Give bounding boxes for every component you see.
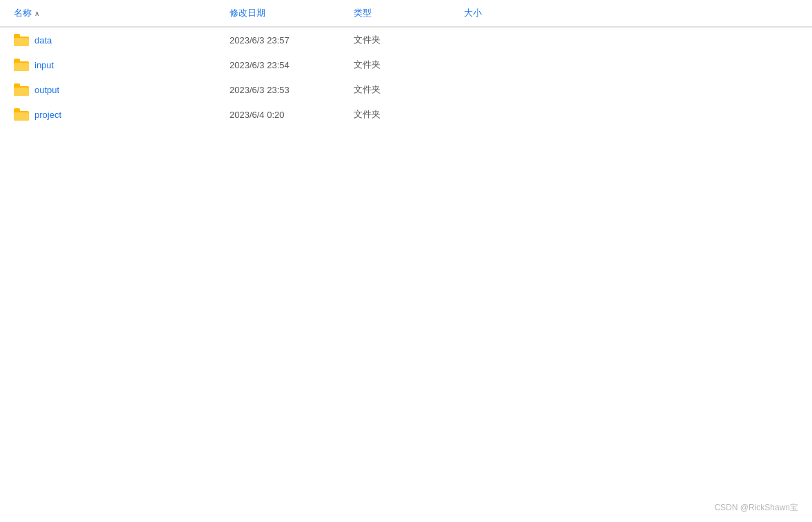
file-date-label: 2023/6/4 0:20 bbox=[230, 110, 285, 120]
file-type-label: 文件夹 bbox=[354, 109, 380, 119]
file-date-label: 2023/6/3 23:53 bbox=[230, 85, 290, 95]
file-name-label: project bbox=[34, 110, 61, 120]
file-size-cell bbox=[457, 86, 540, 94]
folder-icon bbox=[14, 34, 29, 46]
file-type-cell: 文件夹 bbox=[347, 79, 457, 100]
file-name-cell[interactable]: data bbox=[0, 30, 223, 50]
file-name-cell[interactable]: output bbox=[0, 79, 223, 100]
col-size-header[interactable]: 大小 bbox=[457, 3, 540, 23]
file-name-label: output bbox=[34, 85, 59, 95]
watermark: CSDN @RickShawn宝 bbox=[714, 502, 798, 514]
file-name-label: input bbox=[34, 60, 54, 70]
sort-arrow-icon: ∧ bbox=[34, 10, 39, 17]
folder-icon bbox=[14, 59, 29, 71]
folder-icon bbox=[14, 108, 29, 121]
file-date-label: 2023/6/3 23:57 bbox=[230, 35, 290, 46]
file-size-cell bbox=[457, 61, 540, 69]
file-date-label: 2023/6/3 23:54 bbox=[230, 60, 290, 70]
name-header-label: 名称 bbox=[14, 7, 32, 19]
table-row[interactable]: data 2023/6/3 23:57 文件夹 bbox=[0, 28, 812, 52]
file-date-cell: 2023/6/4 0:20 bbox=[223, 106, 347, 124]
file-type-label: 文件夹 bbox=[354, 59, 380, 70]
file-name-cell[interactable]: input bbox=[0, 54, 223, 75]
file-name-label: data bbox=[34, 35, 52, 46]
file-type-label: 文件夹 bbox=[354, 84, 380, 94]
file-type-cell: 文件夹 bbox=[347, 54, 457, 75]
table-header: 名称 ∧ 修改日期 类型 大小 bbox=[0, 0, 812, 27]
table-row[interactable]: input 2023/6/3 23:54 文件夹 bbox=[0, 52, 812, 77]
col-type-header[interactable]: 类型 bbox=[347, 3, 457, 23]
table-row[interactable]: output 2023/6/3 23:53 文件夹 bbox=[0, 77, 812, 102]
table-row[interactable]: project 2023/6/4 0:20 文件夹 bbox=[0, 102, 812, 127]
file-type-cell: 文件夹 bbox=[347, 104, 457, 125]
file-size-cell bbox=[457, 110, 540, 119]
file-date-cell: 2023/6/3 23:57 bbox=[223, 31, 347, 50]
type-header-label: 类型 bbox=[354, 8, 372, 18]
file-type-cell: 文件夹 bbox=[347, 30, 457, 50]
file-explorer: 名称 ∧ 修改日期 类型 大小 data 2023/6/3 23:57 bbox=[0, 0, 812, 522]
file-date-cell: 2023/6/3 23:53 bbox=[223, 81, 347, 99]
folder-icon bbox=[14, 83, 29, 96]
file-name-cell[interactable]: project bbox=[0, 104, 223, 125]
file-list: data 2023/6/3 23:57 文件夹 input 202 bbox=[0, 28, 812, 127]
date-header-label: 修改日期 bbox=[230, 8, 265, 18]
size-header-label: 大小 bbox=[464, 8, 482, 18]
file-size-cell bbox=[457, 36, 540, 44]
col-date-header[interactable]: 修改日期 bbox=[223, 3, 347, 23]
file-type-label: 文件夹 bbox=[354, 34, 380, 45]
file-date-cell: 2023/6/3 23:54 bbox=[223, 56, 347, 74]
col-name-header[interactable]: 名称 ∧ bbox=[0, 3, 223, 23]
